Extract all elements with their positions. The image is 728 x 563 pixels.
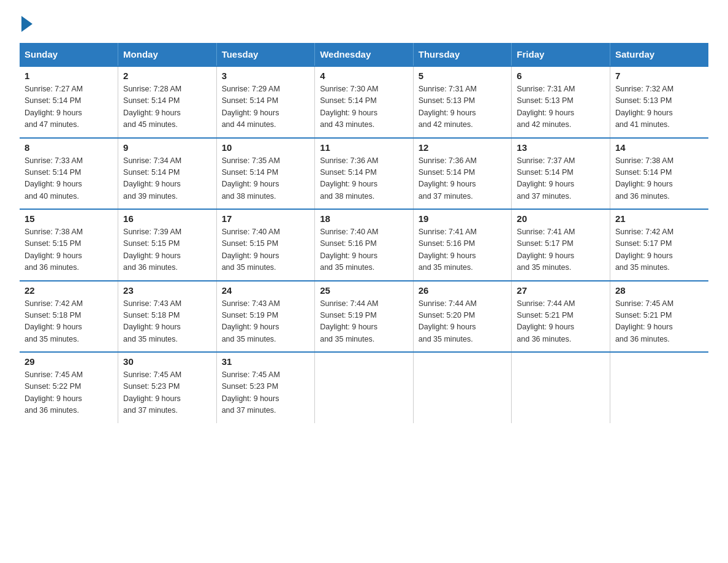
- day-info: Sunrise: 7:27 AM Sunset: 5:14 PM Dayligh…: [25, 83, 113, 131]
- day-number: 14: [615, 142, 703, 153]
- day-number: 25: [320, 285, 408, 296]
- logo-arrow-icon: [21, 16, 32, 32]
- calendar-cell: 6 Sunrise: 7:31 AM Sunset: 5:13 PM Dayli…: [512, 66, 610, 138]
- day-number: 10: [222, 142, 310, 153]
- day-number: 8: [25, 142, 113, 153]
- day-info: Sunrise: 7:28 AM Sunset: 5:14 PM Dayligh…: [123, 83, 211, 131]
- calendar-cell: 19 Sunrise: 7:41 AM Sunset: 5:16 PM Dayl…: [413, 209, 512, 281]
- calendar-cell: 4 Sunrise: 7:30 AM Sunset: 5:14 PM Dayli…: [315, 66, 414, 138]
- header-friday: Friday: [512, 43, 610, 66]
- calendar-cell: [512, 352, 610, 423]
- week-row-4: 22 Sunrise: 7:42 AM Sunset: 5:18 PM Dayl…: [20, 281, 708, 353]
- header-thursday: Thursday: [413, 43, 512, 66]
- day-number: 31: [222, 356, 310, 367]
- calendar-cell: 22 Sunrise: 7:42 AM Sunset: 5:18 PM Dayl…: [20, 281, 118, 353]
- day-info: Sunrise: 7:37 AM Sunset: 5:14 PM Dayligh…: [517, 155, 605, 203]
- day-number: 24: [222, 285, 310, 296]
- day-number: 3: [222, 71, 310, 81]
- day-info: Sunrise: 7:45 AM Sunset: 5:23 PM Dayligh…: [222, 369, 310, 417]
- header-saturday: Saturday: [610, 43, 708, 66]
- header-row: SundayMondayTuesdayWednesdayThursdayFrid…: [20, 43, 708, 66]
- day-number: 11: [320, 142, 408, 153]
- calendar-cell: [610, 352, 708, 423]
- day-number: 21: [615, 213, 703, 224]
- header-monday: Monday: [118, 43, 217, 66]
- day-number: 19: [419, 213, 507, 224]
- day-info: Sunrise: 7:40 AM Sunset: 5:15 PM Dayligh…: [222, 226, 310, 274]
- calendar-cell: 5 Sunrise: 7:31 AM Sunset: 5:13 PM Dayli…: [413, 66, 512, 138]
- calendar-cell: 3 Sunrise: 7:29 AM Sunset: 5:14 PM Dayli…: [216, 66, 315, 138]
- calendar-cell: 23 Sunrise: 7:43 AM Sunset: 5:18 PM Dayl…: [118, 281, 217, 353]
- day-number: 12: [419, 142, 507, 153]
- calendar-cell: 9 Sunrise: 7:34 AM Sunset: 5:14 PM Dayli…: [118, 138, 217, 210]
- day-number: 15: [25, 213, 113, 224]
- day-info: Sunrise: 7:32 AM Sunset: 5:13 PM Dayligh…: [615, 83, 703, 131]
- day-number: 7: [615, 71, 703, 81]
- calendar-body: 1 Sunrise: 7:27 AM Sunset: 5:14 PM Dayli…: [20, 66, 708, 423]
- day-info: Sunrise: 7:29 AM Sunset: 5:14 PM Dayligh…: [222, 83, 310, 131]
- day-info: Sunrise: 7:35 AM Sunset: 5:14 PM Dayligh…: [222, 155, 310, 203]
- day-info: Sunrise: 7:40 AM Sunset: 5:16 PM Dayligh…: [320, 226, 408, 274]
- day-info: Sunrise: 7:39 AM Sunset: 5:15 PM Dayligh…: [123, 226, 211, 274]
- day-number: 1: [25, 71, 113, 81]
- day-info: Sunrise: 7:38 AM Sunset: 5:15 PM Dayligh…: [25, 226, 113, 274]
- day-number: 13: [517, 142, 605, 153]
- header-sunday: Sunday: [20, 43, 118, 66]
- day-info: Sunrise: 7:36 AM Sunset: 5:14 PM Dayligh…: [419, 155, 507, 203]
- day-info: Sunrise: 7:45 AM Sunset: 5:21 PM Dayligh…: [615, 298, 703, 346]
- header-tuesday: Tuesday: [216, 43, 315, 66]
- calendar-cell: 16 Sunrise: 7:39 AM Sunset: 5:15 PM Dayl…: [118, 209, 217, 281]
- day-number: 26: [419, 285, 507, 296]
- day-number: 6: [517, 71, 605, 81]
- day-info: Sunrise: 7:38 AM Sunset: 5:14 PM Dayligh…: [615, 155, 703, 203]
- day-number: 30: [123, 356, 211, 367]
- calendar-header: SundayMondayTuesdayWednesdayThursdayFrid…: [20, 43, 708, 66]
- calendar-cell: 7 Sunrise: 7:32 AM Sunset: 5:13 PM Dayli…: [610, 66, 708, 138]
- calendar-cell: 15 Sunrise: 7:38 AM Sunset: 5:15 PM Dayl…: [20, 209, 118, 281]
- calendar-cell: [413, 352, 512, 423]
- day-number: 18: [320, 213, 408, 224]
- day-info: Sunrise: 7:43 AM Sunset: 5:18 PM Dayligh…: [123, 298, 211, 346]
- calendar-cell: 28 Sunrise: 7:45 AM Sunset: 5:21 PM Dayl…: [610, 281, 708, 353]
- day-info: Sunrise: 7:45 AM Sunset: 5:23 PM Dayligh…: [123, 369, 211, 417]
- day-number: 4: [320, 71, 408, 81]
- day-number: 27: [517, 285, 605, 296]
- calendar-cell: 26 Sunrise: 7:44 AM Sunset: 5:20 PM Dayl…: [413, 281, 512, 353]
- week-row-1: 1 Sunrise: 7:27 AM Sunset: 5:14 PM Dayli…: [20, 66, 708, 138]
- logo: [20, 15, 32, 32]
- day-number: 9: [123, 142, 211, 153]
- week-row-5: 29 Sunrise: 7:45 AM Sunset: 5:22 PM Dayl…: [20, 352, 708, 423]
- calendar-cell: 21 Sunrise: 7:42 AM Sunset: 5:17 PM Dayl…: [610, 209, 708, 281]
- calendar-cell: 13 Sunrise: 7:37 AM Sunset: 5:14 PM Dayl…: [512, 138, 610, 210]
- day-info: Sunrise: 7:31 AM Sunset: 5:13 PM Dayligh…: [517, 83, 605, 131]
- day-number: 22: [25, 285, 113, 296]
- calendar-cell: 8 Sunrise: 7:33 AM Sunset: 5:14 PM Dayli…: [20, 138, 118, 210]
- day-info: Sunrise: 7:45 AM Sunset: 5:22 PM Dayligh…: [25, 369, 113, 417]
- day-number: 20: [517, 213, 605, 224]
- calendar-cell: 11 Sunrise: 7:36 AM Sunset: 5:14 PM Dayl…: [315, 138, 414, 210]
- day-info: Sunrise: 7:34 AM Sunset: 5:14 PM Dayligh…: [123, 155, 211, 203]
- day-info: Sunrise: 7:36 AM Sunset: 5:14 PM Dayligh…: [320, 155, 408, 203]
- day-info: Sunrise: 7:43 AM Sunset: 5:19 PM Dayligh…: [222, 298, 310, 346]
- week-row-2: 8 Sunrise: 7:33 AM Sunset: 5:14 PM Dayli…: [20, 138, 708, 210]
- day-info: Sunrise: 7:42 AM Sunset: 5:18 PM Dayligh…: [25, 298, 113, 346]
- calendar-table: SundayMondayTuesdayWednesdayThursdayFrid…: [20, 43, 708, 423]
- day-number: 28: [615, 285, 703, 296]
- header-wednesday: Wednesday: [315, 43, 414, 66]
- day-number: 23: [123, 285, 211, 296]
- day-number: 29: [25, 356, 113, 367]
- page-header: [20, 15, 708, 32]
- calendar-cell: 24 Sunrise: 7:43 AM Sunset: 5:19 PM Dayl…: [216, 281, 315, 353]
- calendar-cell: 17 Sunrise: 7:40 AM Sunset: 5:15 PM Dayl…: [216, 209, 315, 281]
- calendar-cell: 2 Sunrise: 7:28 AM Sunset: 5:14 PM Dayli…: [118, 66, 217, 138]
- day-info: Sunrise: 7:31 AM Sunset: 5:13 PM Dayligh…: [419, 83, 507, 131]
- calendar-cell: 14 Sunrise: 7:38 AM Sunset: 5:14 PM Dayl…: [610, 138, 708, 210]
- day-number: 16: [123, 213, 211, 224]
- day-number: 17: [222, 213, 310, 224]
- day-info: Sunrise: 7:44 AM Sunset: 5:19 PM Dayligh…: [320, 298, 408, 346]
- day-info: Sunrise: 7:44 AM Sunset: 5:21 PM Dayligh…: [517, 298, 605, 346]
- day-info: Sunrise: 7:44 AM Sunset: 5:20 PM Dayligh…: [419, 298, 507, 346]
- calendar-cell: 1 Sunrise: 7:27 AM Sunset: 5:14 PM Dayli…: [20, 66, 118, 138]
- calendar-cell: 20 Sunrise: 7:41 AM Sunset: 5:17 PM Dayl…: [512, 209, 610, 281]
- calendar-cell: 10 Sunrise: 7:35 AM Sunset: 5:14 PM Dayl…: [216, 138, 315, 210]
